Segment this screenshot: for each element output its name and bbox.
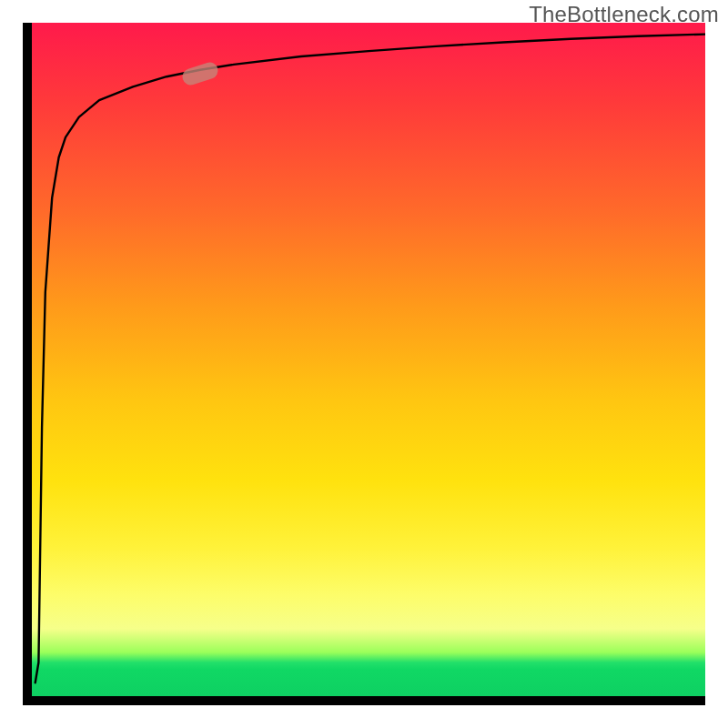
bottleneck-curve: [32, 23, 705, 696]
plot-frame: [23, 23, 705, 705]
chart-root: TheBottleneck.com: [0, 0, 728, 728]
plot-area: [32, 23, 705, 696]
highlight-marker: [180, 60, 220, 86]
